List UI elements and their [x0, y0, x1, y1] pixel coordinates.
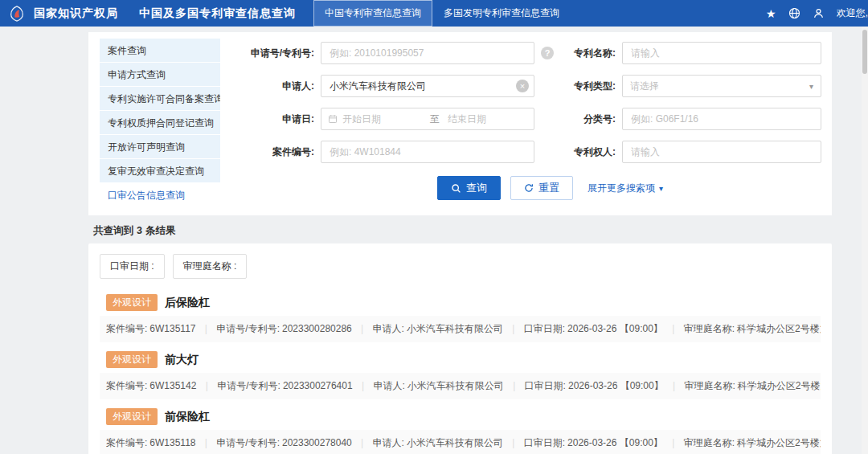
app-no-field-label: 申请号/专利号:: [216, 323, 280, 334]
oral-date-field-label: 口审日期:: [524, 323, 565, 334]
applicant-value: 小米汽车科技有限公司: [407, 437, 503, 448]
separator: |: [361, 437, 363, 448]
tab-china-patent-query[interactable]: 中国专利审查信息查询: [313, 0, 432, 27]
court-value: 科学城办公区2号楼第三审理庭 (仅现场审理): [738, 380, 821, 391]
tab-multicountry-patent-query[interactable]: 多国发明专利审查信息查询: [432, 0, 571, 27]
globe-icon[interactable]: [788, 7, 800, 19]
patentee-label: 专利权人:: [558, 145, 622, 159]
app-no-label: 申请号/专利号:: [236, 47, 321, 60]
refresh-icon: [524, 183, 534, 193]
case-no-input[interactable]: [321, 141, 534, 163]
topbar-actions: ★ 欢迎您,: [766, 6, 868, 20]
sidebar-item-application-method[interactable]: 申请方式查询: [100, 63, 220, 87]
search-button[interactable]: 查询: [437, 176, 501, 200]
separator: |: [205, 437, 207, 448]
expand-more-label: 展开更多搜索项: [588, 182, 655, 195]
patent-type-select[interactable]: 请选择 ▾: [622, 75, 821, 97]
chevron-down-icon: ▾: [809, 82, 813, 91]
patent-type-badge: 外观设计: [106, 294, 158, 311]
site-title: 中国及多国专利审查信息查询: [139, 6, 296, 21]
patent-type-label: 专利类型:: [558, 80, 622, 93]
case-no-field-label: 案件编号:: [106, 380, 147, 391]
result-item: 外观设计 前保险杠 案件编号:6W135118 | 申请号/专利号:202330…: [100, 403, 821, 454]
result-item: 外观设计 后保险杠 案件编号:6W135117 | 申请号/专利号:202330…: [100, 288, 821, 342]
sidebar-item-oral-hearing[interactable]: 口审公告信息查询: [100, 183, 220, 207]
oral-date-field-label: 口审日期:: [524, 437, 565, 448]
applicant-label: 申请人:: [236, 80, 321, 93]
user-icon[interactable]: [813, 7, 825, 19]
search-icon: [451, 183, 461, 194]
case-no-field-label: 案件编号:: [106, 323, 147, 334]
scrollbar-thumb[interactable]: [862, 30, 867, 74]
patent-type-placeholder: 请选择: [630, 80, 659, 93]
help-icon[interactable]: ?: [541, 47, 554, 59]
patent-name-input[interactable]: [622, 42, 821, 64]
court-field-label: 审理庭名称:: [684, 437, 735, 448]
case-no-label: 案件编号:: [236, 145, 321, 159]
separator: |: [512, 437, 514, 448]
result-detail: 案件编号:6W135142 | 申请号/专利号:2023300276401 | …: [100, 373, 821, 399]
clear-icon[interactable]: ×: [516, 80, 529, 92]
result-filters: 口审日期 : 审理庭名称 :: [100, 254, 821, 279]
result-title[interactable]: 前大灯: [165, 353, 199, 367]
welcome-text: 欢迎您,: [837, 6, 868, 20]
results-card: 口审日期 : 审理庭名称 : 外观设计 后保险杠 案件编号:6W135117 |…: [88, 243, 832, 454]
oral-date-value: 2026-03-26 【09:00】: [567, 437, 663, 448]
reset-button[interactable]: 重置: [510, 176, 573, 200]
date-to-label: 至: [422, 112, 448, 126]
separator: |: [512, 323, 514, 334]
search-form: 申请号/专利号: ? 专利名称: 申请人: × 专利类型:: [220, 39, 832, 207]
result-item: 外观设计 前大灯 案件编号:6W135142 | 申请号/专利号:2023300…: [100, 346, 821, 399]
oral-date-value: 2026-03-26 【09:00】: [567, 323, 663, 334]
apply-date-label: 申请日:: [236, 112, 321, 126]
result-title[interactable]: 前保险杠: [165, 410, 210, 424]
separator: |: [206, 380, 208, 391]
app-no-field-label: 申请号/专利号:: [217, 380, 280, 391]
result-title[interactable]: 后保险杠: [165, 296, 210, 310]
case-no-value: 6W135142: [149, 380, 196, 391]
calendar-icon: [328, 114, 338, 124]
chevron-down-icon: ▾: [659, 184, 663, 193]
oral-date-value: 2026-03-26 【09:00】: [568, 380, 664, 391]
summary-prefix: 共查询到: [93, 225, 133, 236]
start-date-placeholder: 开始日期: [342, 112, 422, 126]
filter-court-name[interactable]: 审理庭名称 :: [173, 254, 248, 279]
top-navbar: 国家知识产权局 中国及多国专利审查信息查询 中国专利审查信息查询 多国发明专利审…: [0, 0, 868, 27]
expand-more-link[interactable]: 展开更多搜索项 ▾: [588, 182, 663, 195]
result-summary: 共查询到3条结果: [93, 224, 832, 238]
applicant-field-label: 申请人:: [373, 323, 404, 334]
favorite-star-icon[interactable]: ★: [766, 8, 776, 19]
separator: |: [362, 380, 364, 391]
applicant-input[interactable]: [321, 75, 534, 97]
patent-type-badge: 外观设计: [106, 408, 158, 425]
app-no-value: 2023300278040: [282, 437, 352, 448]
apply-date-range[interactable]: 开始日期 至 结束日期: [321, 108, 534, 130]
applicant-value: 小米汽车科技有限公司: [407, 380, 504, 391]
case-no-value: 6W135118: [149, 437, 195, 448]
separator: |: [672, 323, 674, 334]
patentee-input[interactable]: [622, 141, 821, 163]
applicant-field-label: 申请人:: [373, 380, 404, 391]
scrollbar[interactable]: [862, 27, 868, 454]
sidebar-item-case-query[interactable]: 案件查询: [100, 39, 220, 63]
case-no-field-label: 案件编号:: [106, 437, 147, 448]
form-actions: 查询 重置 展开更多搜索项 ▾: [256, 176, 844, 200]
sidebar: 案件查询 申请方式查询 专利实施许可合同备案查询 专利权质押合同登记查询 开放许…: [100, 39, 220, 207]
sidebar-item-open-license[interactable]: 开放许可声明查询: [100, 135, 220, 159]
app-no-value: 2023300276401: [283, 380, 353, 391]
case-no-value: 6W135117: [149, 323, 195, 334]
patent-name-label: 专利名称:: [558, 47, 622, 60]
applicant-value: 小米汽车科技有限公司: [407, 323, 503, 334]
court-value: 科学城办公区2号楼第三审理庭 (仅现场审理): [737, 437, 821, 448]
separator: |: [361, 323, 363, 334]
org-name: 国家知识产权局: [34, 6, 118, 21]
class-no-input[interactable]: [622, 108, 821, 130]
reset-button-label: 重置: [538, 181, 559, 195]
filter-oral-hearing-date[interactable]: 口审日期 :: [100, 254, 165, 279]
result-detail: 案件编号:6W135117 | 申请号/专利号:2023300280286 | …: [100, 316, 821, 342]
app-no-input[interactable]: [321, 42, 534, 64]
sidebar-item-pledge-registration[interactable]: 专利权质押合同登记查询: [100, 111, 220, 135]
sidebar-item-reexamination-decision[interactable]: 复审无效审查决定查询: [100, 159, 220, 183]
patent-type-badge: 外观设计: [106, 351, 158, 368]
sidebar-item-license-filing[interactable]: 专利实施许可合同备案查询: [100, 87, 220, 111]
